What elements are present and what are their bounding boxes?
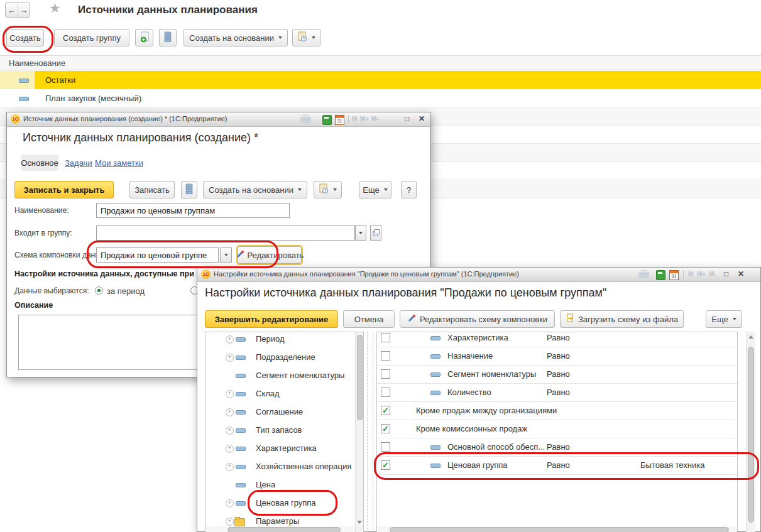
tree-vertical-scrollbar[interactable] [355, 332, 364, 532]
condition-row[interactable]: Характеристика Равно [377, 332, 737, 347]
tab-main[interactable]: Основное [21, 155, 58, 171]
memory-recall-button[interactable]: M [688, 271, 693, 278]
report-versions-button[interactable] [314, 181, 342, 198]
expand-icon[interactable]: + [226, 426, 234, 435]
cancel-button[interactable]: Отмена [343, 310, 395, 328]
set-list-button[interactable] [159, 29, 177, 46]
checkbox-checked[interactable]: ✓ [381, 406, 390, 415]
calculator-icon[interactable] [322, 115, 332, 125]
tree-item-division[interactable]: +Подразделение [205, 348, 363, 366]
schema-dropdown-button[interactable] [220, 247, 232, 263]
maximize-button[interactable]: □ [724, 269, 728, 278]
tab-tasks[interactable]: Задачи [65, 158, 92, 168]
panel-splitter[interactable] [367, 332, 368, 532]
checkbox-unchecked[interactable] [381, 442, 390, 452]
dialog1-titlebar[interactable]: 1С Источник данных планирования (создани… [7, 112, 430, 127]
print-icon[interactable] [638, 272, 649, 278]
expand-icon[interactable]: + [226, 463, 234, 471]
expand-icon[interactable]: + [226, 390, 234, 398]
set-list-button[interactable] [181, 181, 197, 198]
group-input[interactable] [96, 225, 355, 241]
maximize-button[interactable]: □ [405, 114, 409, 123]
condition-row[interactable]: Сегмент номенклатуры Равно [377, 365, 737, 384]
memory-minus-button[interactable]: M- [709, 271, 716, 278]
scrollbar-thumb[interactable] [748, 347, 754, 523]
tree-item-stock-type[interactable]: +Тип запасов [205, 421, 363, 439]
tree-item-period[interactable]: +Период [205, 332, 363, 348]
forward-button[interactable]: → [18, 3, 30, 17]
expand-icon[interactable]: + [226, 518, 234, 526]
memory-minus-button[interactable]: M- [371, 116, 379, 122]
scrollbar-thumb[interactable] [357, 335, 363, 420]
tree-item-warehouse[interactable]: +Склад [205, 384, 363, 403]
condition-row[interactable]: Назначение Равно [377, 347, 737, 366]
create-based-on-button[interactable]: Создать на основании [183, 29, 288, 46]
tab-my-notes[interactable]: Мои заметки [95, 158, 143, 168]
tree-horizontal-scrollbar[interactable] [205, 526, 355, 532]
report-versions-button[interactable] [292, 29, 320, 46]
tree-item-agreement[interactable]: +Соглашение [205, 403, 363, 421]
tree-item-segment[interactable]: Сегмент номенклатуры [205, 366, 363, 384]
more-button[interactable]: Еще [359, 181, 391, 198]
schema-input[interactable]: Продажи по ценовой группе [96, 247, 219, 263]
expand-icon[interactable]: + [226, 354, 234, 362]
name-input[interactable]: Продажи по ценовым группам [96, 203, 290, 218]
list-row-selected[interactable]: Остатки [0, 71, 761, 89]
tree-item-business-operation[interactable]: +Хозяйственная операция [205, 457, 363, 475]
scroll-down-icon[interactable] [357, 521, 362, 524]
radio-for-period[interactable] [95, 286, 103, 295]
condition-row[interactable]: ✓ Кроме комиссионных продаж [377, 420, 737, 438]
help-button[interactable]: ? [401, 181, 417, 198]
memory-plus-button[interactable]: M+ [697, 271, 706, 278]
copy-item-button[interactable] [135, 29, 153, 46]
close-button[interactable]: ✕ [419, 114, 425, 123]
favorite-star-button[interactable]: ★ [49, 1, 61, 16]
create-group-button[interactable]: Создать группу [54, 29, 129, 46]
create-based-on-button[interactable]: Создать на основании [203, 181, 307, 198]
condition-row-price-group[interactable]: ✓ Ценовая группа Равно Бытовая техника [377, 456, 737, 475]
more-button[interactable]: Еще [706, 310, 742, 328]
save-and-close-button[interactable]: Записать и закрыть [14, 181, 114, 198]
checkbox-unchecked[interactable] [381, 388, 390, 397]
tree-item-price[interactable]: Цена [205, 475, 363, 494]
create-button[interactable]: Создать [6, 29, 44, 46]
checkbox-checked[interactable]: ✓ [381, 424, 390, 433]
memory-recall-button[interactable]: M [352, 116, 357, 122]
checkbox-checked[interactable]: ✓ [381, 460, 390, 470]
expand-icon[interactable]: + [226, 335, 234, 344]
edit-composition-schema-button[interactable]: Редактировать схему компоновки [400, 310, 555, 328]
close-button[interactable]: ✕ [738, 269, 744, 278]
tree-item-characteristic[interactable]: +Характеристика [205, 439, 363, 457]
condition-row[interactable]: Количество Равно [377, 383, 737, 402]
scroll-up-icon[interactable] [748, 335, 753, 339]
scrollbar-thumb[interactable] [390, 527, 729, 532]
memory-plus-button[interactable]: M+ [360, 116, 369, 122]
dialog2-titlebar[interactable]: 1С Настройки источника данных планирован… [197, 268, 760, 282]
back-button[interactable]: ← [6, 3, 18, 17]
checkbox-unchecked[interactable] [381, 333, 390, 342]
condition-row[interactable]: ✓ Кроме продаж между организациями [377, 401, 737, 420]
conditions-horizontal-scrollbar[interactable] [377, 526, 737, 532]
group-open-button[interactable] [370, 225, 381, 241]
list-row[interactable]: План закупок (месячный) [0, 89, 761, 107]
checkbox-unchecked[interactable] [381, 369, 390, 379]
tree-item-price-group[interactable]: +Ценовая группа [205, 494, 363, 512]
checkbox-unchecked[interactable] [381, 351, 390, 361]
calculator-icon[interactable] [656, 270, 665, 280]
edit-schema-button[interactable]: Редактировать [238, 246, 302, 264]
load-schema-from-file-button[interactable]: Загрузить схему из файла [560, 310, 684, 328]
scrollbar-thumb[interactable] [227, 527, 341, 532]
save-button[interactable]: Записать [129, 181, 175, 198]
calendar-icon[interactable]: 31 [335, 115, 344, 125]
expand-icon[interactable]: + [226, 445, 234, 453]
panel-splitter[interactable] [373, 332, 373, 532]
finish-editing-button[interactable]: Завершить редактирование [205, 310, 338, 328]
group-dropdown-button[interactable] [355, 225, 366, 241]
expand-icon[interactable]: + [226, 499, 234, 508]
condition-row[interactable]: Основной способ обесп... Равно [377, 438, 737, 457]
expand-icon[interactable]: + [226, 408, 234, 416]
calendar-icon[interactable]: 31 [669, 270, 679, 280]
conditions-vertical-scrollbar[interactable] [746, 332, 755, 532]
list-header-row[interactable]: Наименование [0, 55, 761, 70]
print-icon[interactable] [300, 117, 311, 123]
